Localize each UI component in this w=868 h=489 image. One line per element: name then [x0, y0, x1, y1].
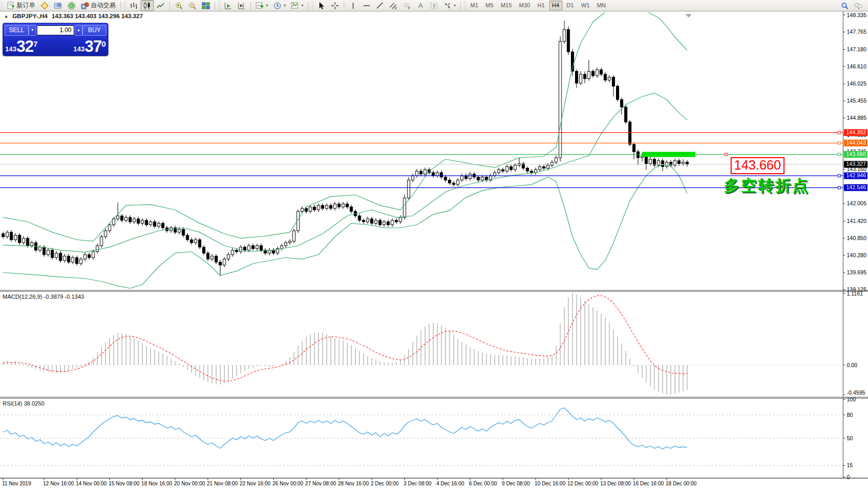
text-label-button[interactable]: T [427, 0, 441, 11]
svg-text:147.180: 147.180 [847, 46, 866, 52]
zoom-out-icon [188, 2, 197, 10]
svg-text:144.885: 144.885 [847, 115, 866, 121]
svg-text:11 Nov 2019: 11 Nov 2019 [2, 481, 31, 486]
chart-canvas[interactable]: 144.315143.745142.590148.335147.765147.1… [0, 11, 868, 489]
indicators-caret-icon: ▾ [266, 3, 268, 8]
auto-trading-button[interactable]: 自动交易 [78, 0, 118, 11]
buy-button[interactable]: BUY [82, 25, 106, 36]
chart-shift-button[interactable] [235, 0, 248, 11]
periods-button[interactable]: ▾ [271, 0, 288, 11]
zoom-in-button[interactable] [172, 0, 186, 11]
svg-text:146.025: 146.025 [847, 80, 866, 87]
svg-text:E: E [395, 6, 397, 10]
templates-button[interactable]: ▾ [288, 0, 306, 11]
sell-button[interactable]: SELL [5, 25, 29, 36]
svg-text:1.1161: 1.1161 [847, 290, 863, 297]
toolbar-grip[interactable] [464, 2, 466, 10]
vertical-line-icon [349, 2, 357, 10]
equidistant-channel-icon: E [389, 2, 398, 10]
data-window-button[interactable] [51, 0, 65, 11]
navigator-icon [67, 2, 76, 10]
svg-text:15 Nov 08:00: 15 Nov 08:00 [108, 481, 139, 486]
fibonacci-button[interactable]: F [400, 0, 414, 11]
chat-button[interactable] [851, 0, 865, 11]
periods-caret-icon: ▾ [284, 3, 286, 8]
svg-text:22 Nov 16:00: 22 Nov 16:00 [240, 481, 271, 486]
arrows-caret-icon: ▾ [454, 3, 456, 8]
candlestick-chart-button[interactable] [141, 0, 154, 11]
svg-text:145.455: 145.455 [847, 97, 866, 104]
toolbar-grip[interactable] [218, 2, 220, 10]
svg-text:3 Dec 08:00: 3 Dec 08:00 [403, 481, 431, 486]
timeframe-button-mn[interactable]: MN [594, 1, 609, 10]
zoom-out-button[interactable] [186, 0, 199, 11]
navigator-button[interactable] [65, 0, 78, 11]
svg-text:140.280: 140.280 [847, 252, 866, 258]
vertical-line-button[interactable] [346, 0, 360, 11]
volume-up-button[interactable]: ▲ [75, 25, 82, 36]
trendline-button[interactable] [373, 0, 387, 11]
trendline-icon [376, 2, 384, 10]
svg-text:144.043: 144.043 [846, 139, 866, 146]
cursor-icon [317, 2, 326, 10]
arrows-button[interactable]: ▾ [441, 0, 458, 11]
search-icon [841, 2, 849, 10]
toolbar-grip[interactable] [1, 2, 3, 10]
arrows-icon [443, 2, 452, 10]
rsi-indicator-label: RSI(14) 38.0250 [3, 400, 45, 407]
text-button[interactable]: A [414, 0, 427, 11]
market-watch-button[interactable] [38, 0, 51, 11]
svg-text:9 Dec 08:00: 9 Dec 08:00 [502, 481, 530, 486]
chat-icon [854, 2, 862, 10]
svg-text:147.765: 147.765 [847, 29, 866, 35]
svg-text:100: 100 [847, 396, 856, 402]
timeframe-button-w1[interactable]: W1 [578, 1, 593, 10]
svg-text:12 Nov 16:00: 12 Nov 16:00 [43, 481, 74, 486]
svg-text:142.546: 142.546 [846, 184, 866, 190]
tile-windows-button[interactable] [199, 0, 213, 11]
svg-text:15: 15 [847, 462, 853, 468]
svg-text:142.946: 142.946 [846, 172, 866, 178]
market-watch-icon [40, 2, 49, 10]
svg-text:148.335: 148.335 [847, 12, 866, 18]
auto-trading-label: 自动交易 [91, 1, 116, 10]
horizontal-line-button[interactable] [360, 0, 373, 11]
auto-scroll-button[interactable] [221, 0, 235, 11]
toolbar: 新订单 自动交易 [0, 0, 868, 11]
buy-price[interactable]: 143370 [73, 36, 106, 55]
chart-window[interactable]: ▲ GBPJPY-,H4 143.363 143.403 143.296 143… [0, 11, 868, 489]
crosshair-button[interactable] [328, 0, 342, 11]
indicators-button[interactable]: ▾ [253, 0, 271, 11]
periods-clock-icon [273, 2, 282, 10]
timeframe-button-m5[interactable]: M5 [482, 1, 496, 10]
crosshair-icon [331, 2, 339, 10]
svg-text:0: 0 [847, 474, 850, 480]
price-annotation-box[interactable]: 143.660 [731, 157, 785, 174]
bar-chart-button[interactable] [127, 0, 141, 11]
timeframe-button-m30[interactable]: M30 [516, 1, 533, 10]
one-click-trade-panel: SELL ▼ 1.00 ▲ BUY 143327 143370 [3, 23, 108, 56]
equidistant-channel-button[interactable]: E [387, 0, 400, 11]
search-button[interactable] [838, 0, 851, 11]
timeframe-button-h4[interactable]: H4 [549, 1, 563, 10]
timeframe-button-d1[interactable]: D1 [564, 1, 577, 10]
volume-down-button[interactable]: ▼ [29, 25, 36, 36]
svg-text:A: A [418, 2, 423, 9]
collapse-triangle-icon[interactable]: ▲ [4, 14, 8, 19]
timeframe-button-m15[interactable]: M15 [498, 1, 515, 10]
toolbar-grip[interactable] [124, 2, 126, 10]
cursor-button[interactable] [315, 0, 328, 11]
turning-point-note[interactable]: 多空转折点 [724, 175, 809, 197]
svg-text:10 Dec 16:00: 10 Dec 16:00 [535, 481, 566, 486]
timeframe-button-h1[interactable]: H1 [534, 1, 548, 10]
svg-text:26 Nov 00:00: 26 Nov 00:00 [272, 481, 303, 486]
sell-price[interactable]: 143327 [5, 36, 38, 55]
timeframe-bar: M1M5M15M30H1H4D1W1MN [467, 1, 609, 10]
new-order-button[interactable]: 新订单 [4, 0, 38, 11]
svg-text:14 Nov 00:00: 14 Nov 00:00 [76, 481, 107, 486]
toolbar-grip[interactable] [312, 2, 314, 10]
timeframe-button-m1[interactable]: M1 [467, 1, 481, 10]
auto-trading-icon [81, 2, 89, 10]
volume-input[interactable]: 1.00 [37, 25, 74, 35]
line-chart-button[interactable] [154, 0, 167, 11]
